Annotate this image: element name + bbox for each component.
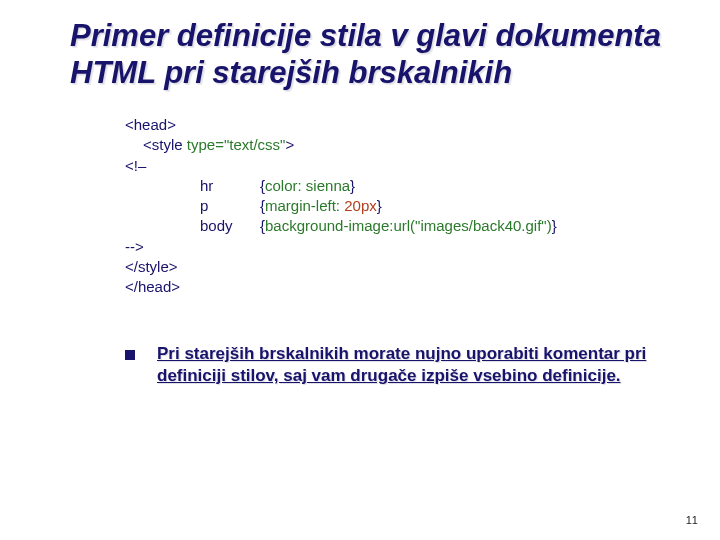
- rule-selector: hr: [200, 176, 260, 196]
- bullet-icon: [125, 350, 135, 360]
- rule-prop: margin-left:: [265, 197, 340, 214]
- rule-brace-close: }: [377, 197, 382, 214]
- rule-brace-close: }: [350, 177, 355, 194]
- code-head-close: </head>: [125, 277, 680, 297]
- code-rule-p: p {margin-left: 20px}: [125, 196, 680, 216]
- page-number: 11: [686, 514, 698, 526]
- note-text: Pri starejših brskalnikih morate nujno u…: [157, 343, 680, 387]
- note-row: Pri starejših brskalnikih morate nujno u…: [125, 343, 680, 387]
- code-rule-hr: hr {color: sienna}: [125, 176, 680, 196]
- code-block: <head> <style type="text/css"> <!– hr {c…: [125, 115, 680, 297]
- code-style-open: <style type="text/css">: [125, 135, 680, 155]
- code-style-close: </style>: [125, 257, 680, 277]
- rule-val: sienna: [302, 177, 350, 194]
- rule-brace-close: }: [552, 217, 557, 234]
- code-style-open-pre: <style: [143, 136, 187, 153]
- rule-selector: body: [200, 216, 260, 236]
- code-comment-close: -->: [125, 237, 680, 257]
- code-comment-open: <!–: [125, 156, 680, 176]
- rule-prop: color:: [265, 177, 302, 194]
- code-head-open: <head>: [125, 115, 680, 135]
- rule-val: 20px: [340, 197, 377, 214]
- rule-prop: background-image:: [265, 217, 393, 234]
- rule-val: url("images/back40.gif"): [393, 217, 551, 234]
- code-style-open-post: >: [285, 136, 294, 153]
- code-rule-body: body {background-image:url("images/back4…: [125, 216, 680, 236]
- code-style-open-attr: type="text/css": [187, 136, 286, 153]
- rule-selector: p: [200, 196, 260, 216]
- slide-title: Primer definicije stila v glavi dokument…: [70, 18, 680, 91]
